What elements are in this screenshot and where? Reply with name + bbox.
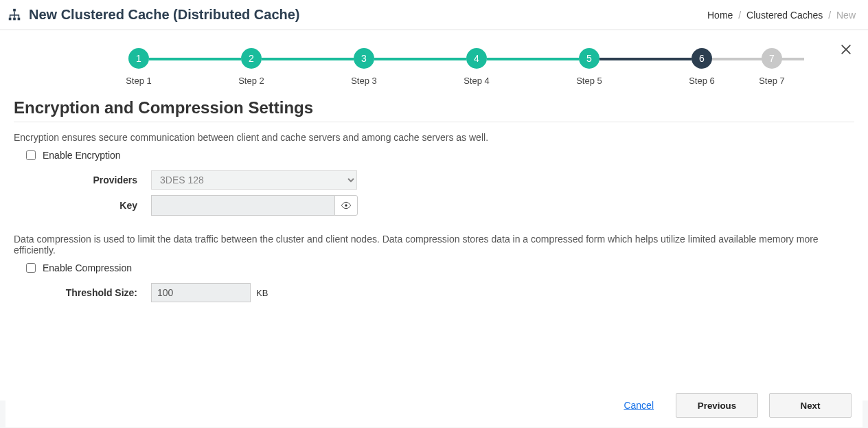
- form-body: Encryption ensures secure communication …: [14, 132, 854, 302]
- step-circle: 2: [241, 48, 262, 69]
- encryption-description: Encryption ensures secure communication …: [14, 132, 854, 143]
- breadcrumb-current: New: [836, 10, 856, 21]
- step-label: Step 1: [82, 76, 195, 86]
- wizard-footer: Cancel Previous Next: [14, 385, 854, 420]
- threshold-unit: KB: [256, 288, 268, 298]
- close-button[interactable]: [836, 40, 856, 59]
- breadcrumb: Home / Clustered Caches / New: [707, 10, 856, 21]
- threshold-label: Threshold Size:: [14, 287, 151, 298]
- step-circle: 4: [466, 48, 487, 69]
- step-label: Step 4: [420, 76, 533, 86]
- step-label: Step 3: [308, 76, 420, 86]
- enable-compression-row: Enable Compression: [26, 262, 854, 273]
- svg-rect-1: [9, 17, 12, 20]
- key-input[interactable]: [151, 195, 335, 216]
- providers-label: Providers: [14, 174, 151, 185]
- step-item-3[interactable]: 3Step 3: [308, 48, 420, 86]
- svg-rect-0: [13, 8, 16, 11]
- svg-rect-2: [13, 17, 16, 20]
- key-label: Key: [14, 200, 151, 211]
- svg-point-4: [345, 204, 347, 206]
- providers-row: Providers 3DES 128: [14, 170, 854, 190]
- section-title: Encryption and Compression Settings: [14, 98, 854, 122]
- cluster-icon: [7, 8, 22, 23]
- breadcrumb-caches[interactable]: Clustered Caches: [746, 10, 823, 21]
- compression-description: Data compression is used to limit the da…: [14, 234, 854, 256]
- step-line: [599, 58, 692, 60]
- step-circle: 7: [762, 48, 782, 69]
- enable-compression-checkbox[interactable]: [26, 263, 36, 273]
- step-circle: 5: [579, 48, 599, 69]
- step-label: Step 7: [758, 76, 786, 86]
- close-icon: [839, 43, 853, 56]
- step-item-6[interactable]: 6Step 6: [646, 48, 758, 86]
- step-item-4[interactable]: 4Step 4: [420, 48, 533, 86]
- threshold-input[interactable]: [151, 283, 251, 302]
- enable-encryption-checkbox[interactable]: [26, 150, 36, 160]
- eye-icon: [341, 200, 352, 211]
- step-item-5[interactable]: 5Step 5: [533, 48, 646, 86]
- header-left: New Clustered Cache (Distributed Cache): [7, 7, 300, 23]
- previous-button[interactable]: Previous: [676, 393, 758, 418]
- key-row: Key: [14, 195, 854, 216]
- step-circle: 6: [692, 48, 712, 69]
- providers-select[interactable]: 3DES 128: [151, 170, 357, 190]
- svg-rect-3: [18, 17, 21, 20]
- breadcrumb-home[interactable]: Home: [707, 10, 733, 21]
- step-line: [262, 58, 354, 60]
- step-line: [149, 58, 241, 60]
- wizard-stepper: 1Step 12Step 23Step 34Step 45Step 56Step…: [82, 48, 786, 86]
- page-title: New Clustered Cache (Distributed Cache): [29, 7, 300, 23]
- enable-encryption-label[interactable]: Enable Encryption: [43, 150, 121, 161]
- breadcrumb-sep: /: [738, 10, 741, 21]
- step-label: Step 5: [533, 76, 646, 86]
- step-item-7[interactable]: 7Step 7: [758, 48, 786, 86]
- step-circle: 1: [128, 48, 149, 69]
- step-item-1[interactable]: 1Step 1: [82, 48, 195, 86]
- wizard-card: 1Step 12Step 23Step 34Step 45Step 56Step…: [5, 36, 863, 427]
- enable-encryption-row: Enable Encryption: [26, 150, 854, 161]
- step-label: Step 2: [195, 76, 308, 86]
- enable-compression-label[interactable]: Enable Compression: [43, 262, 132, 273]
- page-header: New Clustered Cache (Distributed Cache) …: [0, 0, 868, 30]
- next-button[interactable]: Next: [769, 393, 852, 418]
- step-line: [487, 58, 579, 60]
- cancel-link[interactable]: Cancel: [624, 400, 654, 411]
- step-line: [374, 58, 466, 60]
- threshold-row: Threshold Size: KB: [14, 283, 854, 302]
- step-circle: 3: [354, 48, 374, 69]
- breadcrumb-sep: /: [828, 10, 831, 21]
- step-label: Step 6: [646, 76, 758, 86]
- reveal-key-button[interactable]: [334, 195, 358, 216]
- step-line: [712, 58, 804, 60]
- step-item-2[interactable]: 2Step 2: [195, 48, 308, 86]
